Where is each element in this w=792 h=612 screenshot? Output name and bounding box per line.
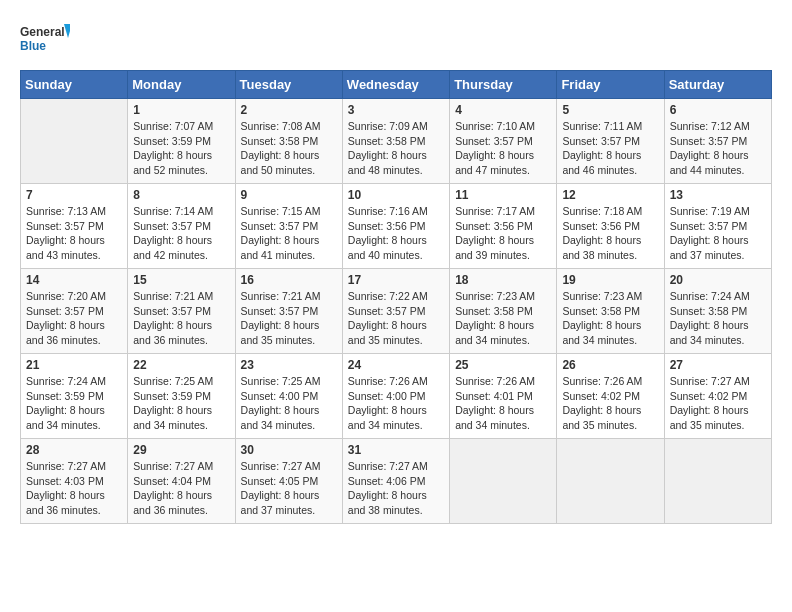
day-number: 12 (562, 188, 658, 202)
day-info: Sunrise: 7:14 AM Sunset: 3:57 PM Dayligh… (133, 204, 229, 263)
day-info: Sunrise: 7:17 AM Sunset: 3:56 PM Dayligh… (455, 204, 551, 263)
calendar-cell: 18Sunrise: 7:23 AM Sunset: 3:58 PM Dayli… (450, 269, 557, 354)
day-number: 18 (455, 273, 551, 287)
day-number: 5 (562, 103, 658, 117)
day-info: Sunrise: 7:19 AM Sunset: 3:57 PM Dayligh… (670, 204, 766, 263)
day-number: 13 (670, 188, 766, 202)
calendar-cell: 22Sunrise: 7:25 AM Sunset: 3:59 PM Dayli… (128, 354, 235, 439)
calendar-table: SundayMondayTuesdayWednesdayThursdayFrid… (20, 70, 772, 524)
day-info: Sunrise: 7:27 AM Sunset: 4:06 PM Dayligh… (348, 459, 444, 518)
weekday-header-sunday: Sunday (21, 71, 128, 99)
day-info: Sunrise: 7:22 AM Sunset: 3:57 PM Dayligh… (348, 289, 444, 348)
day-number: 4 (455, 103, 551, 117)
calendar-cell (450, 439, 557, 524)
calendar-cell: 6Sunrise: 7:12 AM Sunset: 3:57 PM Daylig… (664, 99, 771, 184)
day-number: 19 (562, 273, 658, 287)
day-info: Sunrise: 7:12 AM Sunset: 3:57 PM Dayligh… (670, 119, 766, 178)
day-info: Sunrise: 7:23 AM Sunset: 3:58 PM Dayligh… (562, 289, 658, 348)
logo: General Blue (20, 20, 70, 60)
calendar-cell: 5Sunrise: 7:11 AM Sunset: 3:57 PM Daylig… (557, 99, 664, 184)
svg-marker-2 (64, 24, 70, 38)
day-info: Sunrise: 7:07 AM Sunset: 3:59 PM Dayligh… (133, 119, 229, 178)
svg-text:Blue: Blue (20, 39, 46, 53)
day-number: 9 (241, 188, 337, 202)
calendar-cell: 28Sunrise: 7:27 AM Sunset: 4:03 PM Dayli… (21, 439, 128, 524)
day-info: Sunrise: 7:26 AM Sunset: 4:00 PM Dayligh… (348, 374, 444, 433)
calendar-cell: 10Sunrise: 7:16 AM Sunset: 3:56 PM Dayli… (342, 184, 449, 269)
day-number: 14 (26, 273, 122, 287)
calendar-cell: 20Sunrise: 7:24 AM Sunset: 3:58 PM Dayli… (664, 269, 771, 354)
day-info: Sunrise: 7:24 AM Sunset: 3:59 PM Dayligh… (26, 374, 122, 433)
weekday-header-friday: Friday (557, 71, 664, 99)
day-number: 16 (241, 273, 337, 287)
day-number: 31 (348, 443, 444, 457)
day-number: 28 (26, 443, 122, 457)
day-number: 11 (455, 188, 551, 202)
day-number: 2 (241, 103, 337, 117)
day-number: 1 (133, 103, 229, 117)
calendar-cell: 29Sunrise: 7:27 AM Sunset: 4:04 PM Dayli… (128, 439, 235, 524)
day-number: 30 (241, 443, 337, 457)
week-row-5: 28Sunrise: 7:27 AM Sunset: 4:03 PM Dayli… (21, 439, 772, 524)
day-number: 7 (26, 188, 122, 202)
calendar-cell: 16Sunrise: 7:21 AM Sunset: 3:57 PM Dayli… (235, 269, 342, 354)
calendar-cell: 23Sunrise: 7:25 AM Sunset: 4:00 PM Dayli… (235, 354, 342, 439)
week-row-1: 1Sunrise: 7:07 AM Sunset: 3:59 PM Daylig… (21, 99, 772, 184)
day-info: Sunrise: 7:11 AM Sunset: 3:57 PM Dayligh… (562, 119, 658, 178)
logo-svg: General Blue (20, 20, 70, 60)
calendar-cell: 25Sunrise: 7:26 AM Sunset: 4:01 PM Dayli… (450, 354, 557, 439)
day-number: 24 (348, 358, 444, 372)
day-info: Sunrise: 7:27 AM Sunset: 4:05 PM Dayligh… (241, 459, 337, 518)
day-info: Sunrise: 7:21 AM Sunset: 3:57 PM Dayligh… (241, 289, 337, 348)
calendar-cell (557, 439, 664, 524)
day-info: Sunrise: 7:10 AM Sunset: 3:57 PM Dayligh… (455, 119, 551, 178)
calendar-cell: 4Sunrise: 7:10 AM Sunset: 3:57 PM Daylig… (450, 99, 557, 184)
day-number: 27 (670, 358, 766, 372)
calendar-cell: 15Sunrise: 7:21 AM Sunset: 3:57 PM Dayli… (128, 269, 235, 354)
calendar-cell: 27Sunrise: 7:27 AM Sunset: 4:02 PM Dayli… (664, 354, 771, 439)
calendar-cell: 31Sunrise: 7:27 AM Sunset: 4:06 PM Dayli… (342, 439, 449, 524)
day-info: Sunrise: 7:25 AM Sunset: 3:59 PM Dayligh… (133, 374, 229, 433)
svg-text:General: General (20, 25, 65, 39)
day-number: 21 (26, 358, 122, 372)
day-number: 25 (455, 358, 551, 372)
day-info: Sunrise: 7:16 AM Sunset: 3:56 PM Dayligh… (348, 204, 444, 263)
day-number: 26 (562, 358, 658, 372)
week-row-3: 14Sunrise: 7:20 AM Sunset: 3:57 PM Dayli… (21, 269, 772, 354)
day-info: Sunrise: 7:18 AM Sunset: 3:56 PM Dayligh… (562, 204, 658, 263)
weekday-header-wednesday: Wednesday (342, 71, 449, 99)
day-number: 20 (670, 273, 766, 287)
calendar-cell: 14Sunrise: 7:20 AM Sunset: 3:57 PM Dayli… (21, 269, 128, 354)
calendar-cell (21, 99, 128, 184)
calendar-cell: 11Sunrise: 7:17 AM Sunset: 3:56 PM Dayli… (450, 184, 557, 269)
calendar-cell: 21Sunrise: 7:24 AM Sunset: 3:59 PM Dayli… (21, 354, 128, 439)
day-info: Sunrise: 7:15 AM Sunset: 3:57 PM Dayligh… (241, 204, 337, 263)
calendar-cell: 3Sunrise: 7:09 AM Sunset: 3:58 PM Daylig… (342, 99, 449, 184)
day-number: 23 (241, 358, 337, 372)
calendar-cell: 26Sunrise: 7:26 AM Sunset: 4:02 PM Dayli… (557, 354, 664, 439)
weekday-header-tuesday: Tuesday (235, 71, 342, 99)
calendar-cell (664, 439, 771, 524)
calendar-cell: 2Sunrise: 7:08 AM Sunset: 3:58 PM Daylig… (235, 99, 342, 184)
day-number: 8 (133, 188, 229, 202)
calendar-cell: 9Sunrise: 7:15 AM Sunset: 3:57 PM Daylig… (235, 184, 342, 269)
weekday-header-row: SundayMondayTuesdayWednesdayThursdayFrid… (21, 71, 772, 99)
day-info: Sunrise: 7:27 AM Sunset: 4:02 PM Dayligh… (670, 374, 766, 433)
day-number: 15 (133, 273, 229, 287)
day-info: Sunrise: 7:23 AM Sunset: 3:58 PM Dayligh… (455, 289, 551, 348)
week-row-4: 21Sunrise: 7:24 AM Sunset: 3:59 PM Dayli… (21, 354, 772, 439)
calendar-cell: 24Sunrise: 7:26 AM Sunset: 4:00 PM Dayli… (342, 354, 449, 439)
day-number: 6 (670, 103, 766, 117)
day-info: Sunrise: 7:26 AM Sunset: 4:02 PM Dayligh… (562, 374, 658, 433)
week-row-2: 7Sunrise: 7:13 AM Sunset: 3:57 PM Daylig… (21, 184, 772, 269)
calendar-cell: 19Sunrise: 7:23 AM Sunset: 3:58 PM Dayli… (557, 269, 664, 354)
day-info: Sunrise: 7:13 AM Sunset: 3:57 PM Dayligh… (26, 204, 122, 263)
weekday-header-thursday: Thursday (450, 71, 557, 99)
calendar-cell: 1Sunrise: 7:07 AM Sunset: 3:59 PM Daylig… (128, 99, 235, 184)
day-number: 10 (348, 188, 444, 202)
day-info: Sunrise: 7:25 AM Sunset: 4:00 PM Dayligh… (241, 374, 337, 433)
day-info: Sunrise: 7:20 AM Sunset: 3:57 PM Dayligh… (26, 289, 122, 348)
calendar-cell: 7Sunrise: 7:13 AM Sunset: 3:57 PM Daylig… (21, 184, 128, 269)
day-info: Sunrise: 7:27 AM Sunset: 4:03 PM Dayligh… (26, 459, 122, 518)
day-info: Sunrise: 7:08 AM Sunset: 3:58 PM Dayligh… (241, 119, 337, 178)
